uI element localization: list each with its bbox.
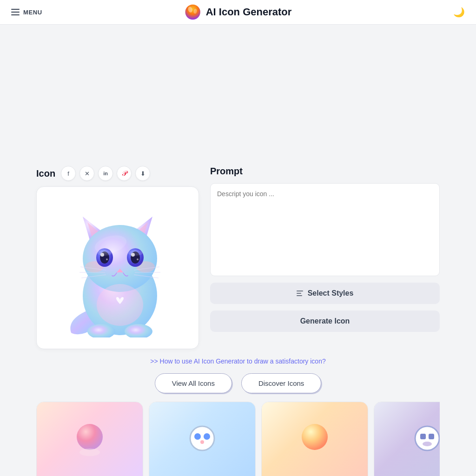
hamburger-icon [11, 9, 20, 15]
style-card-cartoon-sticker-1[interactable]: Cartoon Sticker [149, 402, 256, 476]
list-icon [297, 291, 303, 296]
icon-display [36, 186, 199, 349]
svg-rect-41 [429, 434, 434, 439]
vivid-real-preview-1 [71, 421, 108, 458]
svg-point-33 [79, 449, 100, 456]
style-cards-row: Vivid Real Cartoon Sticker [36, 402, 440, 476]
prompt-input[interactable] [210, 183, 440, 276]
social-icons: f ✕ in 𝒫 ⬇ [61, 166, 150, 181]
linkedin-share-button[interactable]: in [98, 166, 113, 181]
select-styles-button[interactable]: Select Styles [210, 283, 440, 304]
style-card-image-4 [374, 402, 440, 476]
vivid-real-preview-2 [296, 421, 333, 458]
svg-point-39 [415, 426, 439, 450]
twitter-share-button[interactable]: ✕ [79, 166, 94, 181]
svg-point-30 [97, 284, 143, 326]
svg-point-20 [128, 250, 143, 256]
pinterest-share-button[interactable]: 𝒫 [117, 166, 132, 181]
generate-icon-button[interactable]: Generate Icon [210, 311, 440, 332]
svg-point-0 [185, 5, 200, 20]
style-card-image-1 [37, 402, 143, 476]
svg-rect-40 [420, 434, 426, 439]
cartoon-sticker-preview-1 [184, 421, 221, 458]
moon-icon: 🌙 [453, 7, 465, 17]
cartoon-sticker-preview-2 [409, 421, 440, 458]
view-all-label: View All Icons [172, 379, 215, 387]
ad-space [0, 25, 476, 155]
how-to-link[interactable]: >> How to use AI Icon Generator to draw … [36, 357, 440, 365]
cat-illustration [53, 198, 183, 337]
svg-point-18 [137, 258, 139, 260]
action-buttons: View All Icons Discover Icons [36, 373, 440, 393]
download-button[interactable]: ⬇ [135, 166, 150, 181]
style-card-vivid-real-2[interactable]: Vivid Real [261, 402, 368, 476]
select-styles-label: Select Styles [308, 289, 354, 298]
facebook-share-button[interactable]: f [61, 166, 76, 181]
svg-point-8 [83, 225, 157, 292]
svg-point-35 [194, 433, 201, 440]
logo-icon [185, 4, 201, 20]
icon-section-header: Icon f ✕ in 𝒫 ⬇ [36, 166, 199, 181]
icon-section-title: Icon [36, 168, 55, 179]
view-all-icons-button[interactable]: View All Icons [155, 373, 232, 393]
menu-label: MENU [23, 9, 42, 16]
discover-label: Discover Icons [258, 379, 304, 387]
svg-point-42 [423, 442, 432, 446]
menu-button[interactable]: MENU [11, 9, 42, 16]
svg-point-14 [106, 258, 108, 260]
svg-point-34 [190, 426, 214, 450]
icon-prompt-row: Icon f ✕ in 𝒫 ⬇ [36, 166, 440, 349]
header-center: AI Icon Generator [185, 4, 292, 20]
svg-point-36 [204, 433, 210, 440]
dark-mode-toggle[interactable]: 🌙 [453, 7, 465, 18]
style-card-image-2 [149, 402, 255, 476]
icon-section: Icon f ✕ in 𝒫 ⬇ [36, 166, 199, 349]
style-card-image-3 [262, 402, 368, 476]
prompt-title: Prompt [210, 166, 440, 177]
header: MENU AI Icon Generator 🌙 [0, 0, 476, 25]
style-card-vivid-real-1[interactable]: Vivid Real [36, 402, 143, 476]
generate-label: Generate Icon [300, 317, 350, 325]
main-content: Icon f ✕ in 𝒫 ⬇ [29, 155, 447, 476]
svg-point-32 [77, 424, 103, 450]
style-card-cartoon-sticker-2[interactable]: Cartoon Sticker [374, 402, 440, 476]
svg-point-37 [200, 440, 204, 444]
app-title: AI Icon Generator [206, 6, 292, 18]
svg-point-38 [302, 424, 328, 450]
prompt-section: Prompt Select Styles Generate Icon [210, 166, 440, 332]
discover-icons-button[interactable]: Discover Icons [241, 373, 321, 393]
